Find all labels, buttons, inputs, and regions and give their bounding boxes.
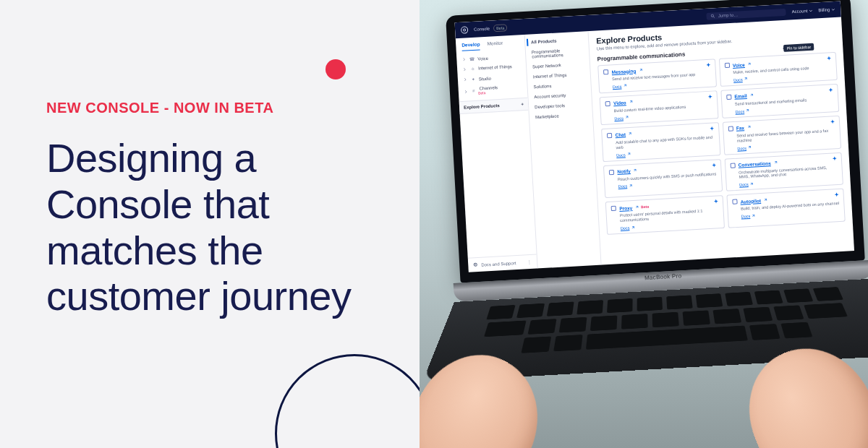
beta-badge: Beta <box>641 204 649 210</box>
docs-link[interactable]: Docs <box>741 214 755 219</box>
product-card[interactable]: MessagingSend and receive text messages … <box>597 59 716 93</box>
section-heading: Programmable communications <box>597 51 685 62</box>
product-link[interactable]: Autopilot <box>740 198 761 204</box>
external-icon <box>623 85 626 88</box>
pin-icon[interactable] <box>713 199 718 204</box>
docs-link[interactable]: Docs <box>735 109 749 114</box>
product-link[interactable]: Fax <box>736 125 745 131</box>
product-link[interactable]: Voice <box>733 62 745 68</box>
plus-icon: + <box>521 102 524 106</box>
chevron-right-icon <box>464 77 467 81</box>
chevron-down-icon <box>831 7 835 11</box>
pin-icon[interactable] <box>833 156 838 161</box>
product-link[interactable]: Chat <box>615 132 626 138</box>
product-card[interactable]: ProxyBetaProtect users' personal details… <box>605 195 725 235</box>
external-icon <box>629 100 633 104</box>
accent-dot <box>326 59 346 79</box>
sidebar-item-channels[interactable]: ≡ ChannelsBeta <box>461 82 524 98</box>
product-card[interactable]: NotifyReach customers quickly with SMS o… <box>603 159 723 199</box>
external-icon <box>626 152 630 156</box>
product-link[interactable]: Messaging <box>611 68 636 74</box>
docs-link[interactable]: Docs <box>613 84 627 89</box>
product-link[interactable]: Email <box>734 93 747 99</box>
product-icon <box>729 162 735 168</box>
external-icon <box>774 161 778 165</box>
cat-all-products[interactable]: All Products <box>527 35 584 46</box>
product-icon <box>605 100 610 106</box>
external-icon <box>639 68 642 72</box>
product-link[interactable]: Conversations <box>738 160 770 168</box>
search-icon <box>711 14 715 18</box>
cat-dev-tools[interactable]: Developer tools <box>533 100 587 111</box>
iot-icon: ⚛ <box>469 66 475 72</box>
docs-link[interactable]: Docs <box>616 152 631 158</box>
product-card[interactable]: ChatAdd scalable chat to any app with SD… <box>601 122 720 162</box>
product-link[interactable]: Notify <box>617 168 631 174</box>
pin-icon[interactable] <box>834 192 839 197</box>
product-icon <box>731 199 737 204</box>
product-icon <box>728 126 733 132</box>
external-icon <box>764 198 767 202</box>
pin-icon[interactable] <box>711 163 716 168</box>
product-card[interactable]: ConversationsOrchestrate multiparty conv… <box>724 152 843 191</box>
external-icon <box>625 116 629 119</box>
account-menu[interactable]: Account <box>792 9 813 14</box>
chevron-right-icon <box>464 90 468 93</box>
docs-link[interactable]: Docs <box>618 184 632 189</box>
external-icon <box>635 205 639 209</box>
product-card[interactable]: AutopilotBuild, train, and deploy AI-pow… <box>726 189 846 228</box>
external-icon <box>748 146 752 150</box>
cat-account-security[interactable]: Account security <box>532 90 587 100</box>
pin-icon[interactable] <box>830 119 835 124</box>
chevron-right-icon <box>462 58 466 61</box>
product-card[interactable]: EmailSend transactional and marketing em… <box>720 84 839 119</box>
docs-link[interactable]: Docs <box>621 225 635 231</box>
pin-icon[interactable] <box>828 87 833 92</box>
pin-icon[interactable] <box>706 63 711 68</box>
gear-icon <box>472 262 478 268</box>
breadcrumb-console[interactable]: Console <box>474 27 490 32</box>
pin-icon[interactable] <box>827 56 832 61</box>
external-icon <box>634 169 637 173</box>
product-card[interactable]: FaxSend and receive faxes between your a… <box>722 116 841 155</box>
docs-link[interactable]: Docs <box>737 145 752 150</box>
laptop-brand: MacBook Pro <box>644 272 682 281</box>
product-icon <box>610 205 616 211</box>
docs-link[interactable]: Docs <box>739 182 754 187</box>
cat-prog-comm[interactable]: Programmable communications <box>530 46 585 60</box>
external-icon <box>752 214 755 217</box>
laptop-screen: Console Beta Jump to… Account Billing <box>455 1 854 272</box>
pin-icon[interactable] <box>710 126 715 131</box>
product-icon <box>608 169 614 175</box>
cat-super-network[interactable]: Super Network <box>531 60 585 70</box>
product-link[interactable]: Video <box>613 100 626 106</box>
pin-icon[interactable] <box>707 94 712 99</box>
product-link[interactable]: Proxy <box>619 205 632 211</box>
external-icon <box>750 94 754 98</box>
search-placeholder: Jump to… <box>718 12 739 18</box>
product-icon <box>603 69 608 75</box>
channels-icon: ≡ <box>471 89 477 93</box>
external-icon <box>746 109 749 113</box>
product-card[interactable]: VoiceMake, receive, and control calls us… <box>718 52 837 87</box>
docs-support-link[interactable]: Docs and Support <box>481 261 516 267</box>
product-icon <box>726 94 731 100</box>
cat-marketplace[interactable]: Marketplace <box>534 111 588 121</box>
brand-logo-icon[interactable] <box>461 26 469 34</box>
cat-iot[interactable]: Internet of Things <box>532 70 586 80</box>
external-icon <box>629 184 632 188</box>
beta-badge: Beta <box>493 24 508 32</box>
voice-icon: ☎ <box>469 56 475 61</box>
docs-link[interactable]: Docs <box>614 116 629 121</box>
promo-headline: Designing a Console that matches the cus… <box>46 135 402 319</box>
main-content: Explore Products Use this menu to explor… <box>588 17 854 264</box>
search-input[interactable]: Jump to… <box>707 9 786 20</box>
chevron-right-icon <box>463 67 467 71</box>
pin-tooltip: Pin to sidebar <box>783 43 814 52</box>
docs-link[interactable]: Docs <box>733 77 748 82</box>
product-card[interactable]: VideoBuild custom real-time video applic… <box>600 90 718 125</box>
more-icon[interactable]: ⋮ <box>527 259 532 264</box>
billing-menu[interactable]: Billing <box>818 7 835 12</box>
primary-sidebar: Develop Monitor ☎ Voice ⚛ <box>456 35 538 272</box>
cat-solutions[interactable]: Solutions <box>532 80 586 90</box>
